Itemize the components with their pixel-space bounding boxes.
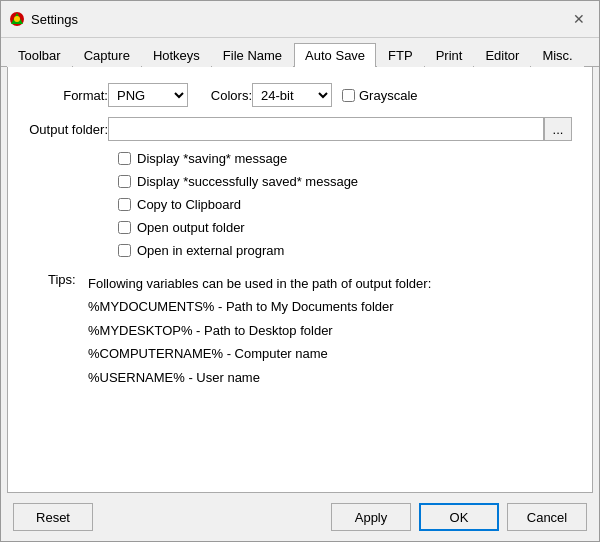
format-row: Format: PNG JPG BMP GIF TIFF Colors: 24-… [28, 83, 572, 107]
tips-section: Tips: Following variables can be used in… [28, 272, 572, 389]
copy-clipboard-label: Copy to Clipboard [137, 197, 241, 212]
output-folder-row: Output folder: ... [28, 117, 572, 141]
cancel-button[interactable]: Cancel [507, 503, 587, 531]
tab-misc[interactable]: Misc. [531, 43, 583, 67]
open-external-row: Open in external program [28, 243, 572, 258]
open-output-label: Open output folder [137, 220, 245, 235]
display-saved-checkbox[interactable] [118, 175, 131, 188]
browse-button[interactable]: ... [544, 117, 572, 141]
display-saved-label: Display *successfully saved* message [137, 174, 358, 189]
tips-content: Following variables can be used in the p… [88, 272, 431, 389]
format-select[interactable]: PNG JPG BMP GIF TIFF [108, 83, 188, 107]
copy-clipboard-row: Copy to Clipboard [28, 197, 572, 212]
format-label: Format: [28, 88, 108, 103]
output-folder-label: Output folder: [28, 122, 108, 137]
tab-toolbar[interactable]: Toolbar [7, 43, 72, 67]
tab-editor[interactable]: Editor [474, 43, 530, 67]
tips-line-0: Following variables can be used in the p… [88, 276, 431, 291]
tab-bar: Toolbar Capture Hotkeys File Name Auto S… [1, 38, 599, 67]
colors-label: Colors: [202, 88, 252, 103]
window-title: Settings [31, 12, 78, 27]
tips-row: Tips: Following variables can be used in… [48, 272, 572, 389]
bottom-right-buttons: Apply OK Cancel [331, 503, 587, 531]
tab-ftp[interactable]: FTP [377, 43, 424, 67]
bottom-bar: Reset Apply OK Cancel [1, 493, 599, 541]
grayscale-checkbox[interactable] [342, 89, 355, 102]
reset-button[interactable]: Reset [13, 503, 93, 531]
copy-clipboard-checkbox[interactable] [118, 198, 131, 211]
tips-line-3: %COMPUTERNAME% - Computer name [88, 346, 328, 361]
close-button[interactable]: ✕ [567, 7, 591, 31]
grayscale-label: Grayscale [359, 88, 418, 103]
display-saved-row: Display *successfully saved* message [28, 174, 572, 189]
colors-select[interactable]: 24-bit 8-bit 16-bit 32-bit [252, 83, 332, 107]
display-saving-checkbox[interactable] [118, 152, 131, 165]
open-output-checkbox[interactable] [118, 221, 131, 234]
open-external-checkbox[interactable] [118, 244, 131, 257]
tips-line-2: %MYDESKTOP% - Path to Desktop folder [88, 323, 333, 338]
tab-capture[interactable]: Capture [73, 43, 141, 67]
output-folder-input[interactable] [108, 117, 544, 141]
content-area: Format: PNG JPG BMP GIF TIFF Colors: 24-… [7, 67, 593, 493]
tips-line-4: %USERNAME% - User name [88, 370, 260, 385]
tab-filename[interactable]: File Name [212, 43, 293, 67]
open-output-row: Open output folder [28, 220, 572, 235]
settings-window: Settings ✕ Toolbar Capture Hotkeys File … [0, 0, 600, 542]
open-external-label: Open in external program [137, 243, 284, 258]
tab-print[interactable]: Print [425, 43, 474, 67]
title-bar: Settings ✕ [1, 1, 599, 38]
grayscale-group: Grayscale [342, 88, 418, 103]
tab-hotkeys[interactable]: Hotkeys [142, 43, 211, 67]
app-icon [9, 11, 25, 27]
ok-button[interactable]: OK [419, 503, 499, 531]
tab-autosave[interactable]: Auto Save [294, 43, 376, 67]
tips-line-1: %MYDOCUMENTS% - Path to My Documents fol… [88, 299, 394, 314]
display-saving-row: Display *saving* message [28, 151, 572, 166]
tips-label: Tips: [48, 272, 82, 389]
display-saving-label: Display *saving* message [137, 151, 287, 166]
apply-button[interactable]: Apply [331, 503, 411, 531]
title-bar-left: Settings [9, 11, 78, 27]
svg-point-1 [14, 16, 20, 22]
